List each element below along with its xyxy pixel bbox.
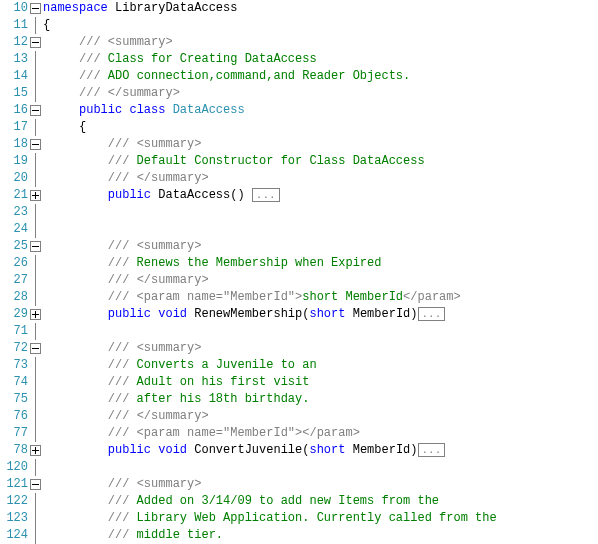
fold-toggle-collapsed-icon[interactable]: [30, 190, 41, 201]
code-text[interactable]: /// <param name="MemberId">short MemberI…: [43, 289, 598, 306]
code-text[interactable]: public void ConvertJuvenile(short Member…: [43, 442, 598, 459]
fold-guide-icon: [30, 122, 41, 133]
line-number: 25: [0, 238, 30, 255]
code-text[interactable]: /// Library Web Application. Currently c…: [43, 510, 598, 527]
token: ///: [108, 477, 137, 491]
token: <summary>: [137, 477, 202, 491]
token: [43, 239, 108, 253]
code-text[interactable]: /// <summary>: [43, 238, 598, 255]
code-text[interactable]: /// <summary>: [43, 136, 598, 153]
code-line: 23: [0, 204, 598, 221]
token: </summary>: [137, 171, 209, 185]
code-line: 10namespace LibraryDataAccess: [0, 0, 598, 17]
code-editor: 10namespace LibraryDataAccess11{12 /// <…: [0, 0, 598, 544]
token: [43, 358, 108, 372]
fold-toggle-collapsed-icon[interactable]: [30, 309, 41, 320]
code-text[interactable]: /// <summary>: [43, 340, 598, 357]
token: public: [108, 307, 151, 321]
token: [43, 392, 108, 406]
fold-toggle-expanded-icon[interactable]: [30, 343, 41, 354]
fold-toggle-expanded-icon[interactable]: [30, 3, 41, 14]
token: <summary>: [137, 137, 202, 151]
code-text[interactable]: /// after his 18th birthday.: [43, 391, 598, 408]
token: ///: [108, 375, 130, 389]
code-text[interactable]: /// Class for Creating DataAccess: [43, 51, 598, 68]
token: [43, 426, 108, 440]
code-text[interactable]: /// <summary>: [43, 476, 598, 493]
line-number: 74: [0, 374, 30, 391]
code-line: 121 /// <summary>: [0, 476, 598, 493]
line-number: 29: [0, 306, 30, 323]
fold-toggle-expanded-icon[interactable]: [30, 37, 41, 48]
token: short: [309, 307, 345, 321]
code-text[interactable]: /// <summary>: [43, 34, 598, 51]
token: ConvertJuvenile(: [187, 443, 309, 457]
token: DataAccess(): [151, 188, 252, 202]
code-text[interactable]: /// <param name="MemberId"></param>: [43, 425, 598, 442]
token: DataAccess: [173, 103, 245, 117]
token: namespace: [43, 1, 108, 15]
code-text[interactable]: public void RenewMembership(short Member…: [43, 306, 598, 323]
token: [43, 511, 108, 525]
token: </summary>: [108, 86, 180, 100]
fold-toggle-expanded-icon[interactable]: [30, 105, 41, 116]
code-text[interactable]: namespace LibraryDataAccess: [43, 0, 598, 17]
token: [43, 494, 108, 508]
fold-guide-icon: [30, 88, 41, 99]
code-text[interactable]: /// ADO connection,command,and Reader Ob…: [43, 68, 598, 85]
collapsed-region[interactable]: ...: [252, 188, 280, 202]
token: ADO connection,command,and Reader Object…: [101, 69, 411, 83]
token: MemberId): [345, 443, 417, 457]
token: [165, 103, 172, 117]
code-text[interactable]: public class DataAccess: [43, 102, 598, 119]
code-text[interactable]: /// Renews the Membership when Expired: [43, 255, 598, 272]
code-text[interactable]: {: [43, 119, 598, 136]
fold-guide-icon: [30, 394, 41, 405]
fold-toggle-expanded-icon[interactable]: [30, 139, 41, 150]
token: public: [79, 103, 122, 117]
fold-guide-icon: [30, 292, 41, 303]
code-text[interactable]: /// Default Constructor for Class DataAc…: [43, 153, 598, 170]
code-text[interactable]: /// </summary>: [43, 170, 598, 187]
token: RenewMembership(: [187, 307, 309, 321]
token: [43, 341, 108, 355]
code-line: 77 /// <param name="MemberId"></param>: [0, 425, 598, 442]
line-number: 124: [0, 527, 30, 544]
code-line: 24: [0, 221, 598, 238]
fold-guide-icon: [30, 54, 41, 65]
code-text[interactable]: /// middle tier.: [43, 527, 598, 544]
code-line: 76 /// </summary>: [0, 408, 598, 425]
fold-guide-icon: [30, 377, 41, 388]
token: [43, 290, 108, 304]
token: [43, 171, 108, 185]
token: ///: [108, 171, 137, 185]
code-text[interactable]: public DataAccess() ...: [43, 187, 598, 204]
code-line: 124 /// middle tier.: [0, 527, 598, 544]
fold-guide-icon: [30, 496, 41, 507]
code-text[interactable]: {: [43, 17, 598, 34]
line-number: 23: [0, 204, 30, 221]
line-number: 78: [0, 442, 30, 459]
fold-toggle-collapsed-icon[interactable]: [30, 445, 41, 456]
code-text[interactable]: /// </summary>: [43, 85, 598, 102]
code-line: 11{: [0, 17, 598, 34]
code-text[interactable]: /// Added on 3/14/09 to add new Items fr…: [43, 493, 598, 510]
code-line: 72 /// <summary>: [0, 340, 598, 357]
token: void: [158, 307, 187, 321]
token: [43, 443, 108, 457]
token: [43, 35, 79, 49]
token: ///: [108, 528, 130, 542]
code-text[interactable]: /// </summary>: [43, 272, 598, 289]
collapsed-region[interactable]: ...: [418, 443, 446, 457]
fold-toggle-expanded-icon[interactable]: [30, 241, 41, 252]
token: Default Constructor for Class DataAccess: [129, 154, 424, 168]
collapsed-region[interactable]: ...: [418, 307, 446, 321]
code-text[interactable]: /// Adult on his first visit: [43, 374, 598, 391]
token: public: [108, 443, 151, 457]
line-number: 27: [0, 272, 30, 289]
code-line: 26 /// Renews the Membership when Expire…: [0, 255, 598, 272]
code-text[interactable]: /// Converts a Juvenile to an: [43, 357, 598, 374]
fold-toggle-expanded-icon[interactable]: [30, 479, 41, 490]
code-text[interactable]: /// </summary>: [43, 408, 598, 425]
line-number: 21: [0, 187, 30, 204]
